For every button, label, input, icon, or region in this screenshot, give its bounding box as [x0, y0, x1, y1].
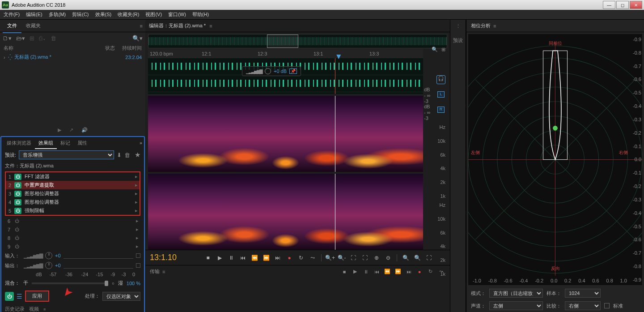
- fx-slot[interactable]: 1⏻FFT 滤波器▸: [6, 172, 140, 181]
- bpm-display[interactable]: 120.0 bpm: [150, 51, 173, 56]
- view-range-selector[interactable]: [267, 34, 298, 48]
- mode-select[interactable]: 直方图（日志缩放）: [489, 289, 543, 298]
- col-duration[interactable]: 持续时间: [115, 45, 142, 51]
- fx-slot[interactable]: 2⏻中置声道提取▸: [6, 181, 140, 189]
- t-rw[interactable]: ⏪: [383, 268, 392, 276]
- minimize-button[interactable]: —: [603, 1, 615, 9]
- hud-knob[interactable]: [265, 68, 271, 74]
- spectrogram-right[interactable]: [148, 174, 423, 250]
- zoom-out-icon[interactable]: 🔍-: [337, 253, 347, 262]
- strip-menu-icon[interactable]: ⋮: [456, 23, 461, 29]
- open-file-icon[interactable]: 🗁▾: [16, 35, 25, 42]
- menu-help[interactable]: 帮助(H): [192, 11, 209, 18]
- standard-checkbox[interactable]: [604, 303, 610, 308]
- timecode[interactable]: 13:1.10: [150, 253, 195, 262]
- stop-button[interactable]: ■: [203, 253, 213, 262]
- channel-select[interactable]: 左侧: [489, 301, 543, 310]
- process-select[interactable]: 仅选区对象: [102, 292, 140, 301]
- sample-select[interactable]: 1024: [565, 289, 601, 298]
- fx-slot-empty[interactable]: 8⏻▸: [5, 234, 140, 242]
- search-icon[interactable]: 🔍▾: [132, 35, 143, 42]
- play-icon[interactable]: ▶: [58, 127, 61, 133]
- fx-slot-empty[interactable]: 7⏻▸: [5, 225, 140, 234]
- maximize-button[interactable]: ◻: [616, 1, 629, 9]
- power-icon[interactable]: ⏻: [13, 227, 21, 233]
- panel-menu-icon[interactable]: ≡: [140, 23, 143, 29]
- power-icon[interactable]: ⏻: [14, 208, 21, 214]
- tab-media-browser[interactable]: 媒体浏览器: [3, 138, 35, 148]
- favorite-icon[interactable]: ★: [135, 151, 140, 159]
- menu-multitrack[interactable]: 多轨(M): [49, 11, 66, 18]
- expand-icon[interactable]: ›: [4, 55, 5, 60]
- more-tabs-icon[interactable]: »: [140, 140, 142, 145]
- t-stop[interactable]: ■: [340, 268, 349, 276]
- phase-menu-icon[interactable]: ≡: [493, 23, 496, 29]
- zoom-sel-icon[interactable]: ⛶: [360, 253, 370, 262]
- pause-button[interactable]: ⏸: [226, 253, 236, 262]
- rewind-button[interactable]: ⏪: [250, 253, 259, 262]
- power-icon[interactable]: ⏻: [14, 182, 21, 188]
- new-file-icon[interactable]: 🗋▾: [3, 35, 12, 42]
- forward-button[interactable]: ⏩: [261, 253, 271, 262]
- preset-select[interactable]: 音乐增强: [19, 150, 114, 159]
- menu-window[interactable]: 窗口(W): [168, 11, 186, 18]
- power-icon[interactable]: ⏻: [13, 218, 21, 224]
- mix-percent[interactable]: 100 %: [127, 281, 140, 286]
- tab-favorites[interactable]: 收藏夹: [21, 21, 45, 31]
- skip-selection-button[interactable]: ⤳: [308, 253, 318, 262]
- overview-waveform[interactable]: [148, 34, 447, 48]
- col-status[interactable]: 状态: [88, 45, 115, 51]
- output-value[interactable]: +0: [55, 263, 61, 268]
- t-fwd[interactable]: ⏭: [404, 268, 413, 276]
- t-play[interactable]: ▶: [351, 268, 360, 276]
- fx-slot[interactable]: 3⏻图形相位调整器▸: [6, 189, 140, 198]
- save-preset-icon[interactable]: ⬇: [117, 152, 122, 158]
- tab-properties[interactable]: 属性: [74, 138, 91, 148]
- output-knob[interactable]: [45, 262, 52, 269]
- power-icon[interactable]: ⏻: [14, 199, 21, 205]
- insert-icon[interactable]: ⎙▾: [39, 35, 46, 42]
- view-toggle-icon[interactable]: ⊞: [441, 47, 445, 52]
- clip-indicator[interactable]: [136, 263, 140, 268]
- menu-clip[interactable]: 剪辑(C): [72, 11, 89, 18]
- rack-power-button[interactable]: ⏻: [5, 292, 14, 301]
- t-ff[interactable]: ⏩: [394, 268, 402, 276]
- zoom-out-point-icon[interactable]: ⊖: [383, 253, 393, 262]
- t-pause[interactable]: ⏸: [361, 268, 370, 276]
- fx-slot[interactable]: 4⏻图形相位调整器▸: [6, 198, 140, 206]
- power-icon[interactable]: ⏻: [14, 191, 21, 197]
- menu-view[interactable]: 视图(V): [145, 11, 162, 18]
- right-channel-badge[interactable]: R: [437, 107, 445, 113]
- power-icon[interactable]: ⏻: [14, 174, 21, 180]
- multitrack-icon[interactable]: ⊞: [30, 35, 34, 42]
- loop-button[interactable]: ↻: [296, 253, 306, 262]
- skip-fwd-button[interactable]: ⏭: [273, 253, 283, 262]
- skip-back-button[interactable]: ⏮: [238, 253, 248, 262]
- zoom-in-point-icon[interactable]: ⊕: [372, 253, 381, 262]
- fx-slot[interactable]: 5⏻强制限幅▸: [6, 206, 140, 215]
- t-back[interactable]: ⏮: [372, 268, 381, 276]
- power-icon[interactable]: ⏻: [13, 235, 21, 241]
- record-button[interactable]: ●: [284, 253, 294, 262]
- phase-display[interactable]: 同相位 左侧 右侧 反向 -0.9-0.8-0.7-0.6-0.5-0.4-0.…: [468, 34, 642, 285]
- headphone-icon[interactable]: 🎧: [436, 75, 445, 84]
- rack-list-icon[interactable]: ☰: [17, 293, 22, 300]
- close-button[interactable]: ✕: [630, 1, 642, 9]
- compare-select[interactable]: 右侧: [565, 301, 601, 310]
- video-label[interactable]: 视频: [29, 306, 39, 312]
- input-value[interactable]: +0: [55, 253, 61, 258]
- mix-slider[interactable]: [32, 282, 108, 284]
- apply-button[interactable]: 应用: [25, 291, 49, 302]
- zoom-tool-icon[interactable]: 🔍: [432, 47, 438, 52]
- play-button[interactable]: ▶: [215, 253, 225, 262]
- menu-effects[interactable]: 效果(S): [95, 11, 112, 18]
- pin-icon[interactable]: 📌: [289, 68, 297, 74]
- zoom-v-out-icon[interactable]: 🔍: [412, 253, 422, 262]
- strip-preset-label[interactable]: 预设: [453, 37, 463, 44]
- zoom-in-icon[interactable]: 🔍+: [325, 253, 335, 262]
- export-icon[interactable]: ↗: [69, 127, 73, 133]
- fx-slot-empty[interactable]: 6⏻▸: [5, 217, 140, 225]
- playhead[interactable]: [335, 58, 335, 94]
- t-rec[interactable]: ●: [415, 268, 424, 276]
- tab-files[interactable]: 文件: [3, 21, 21, 31]
